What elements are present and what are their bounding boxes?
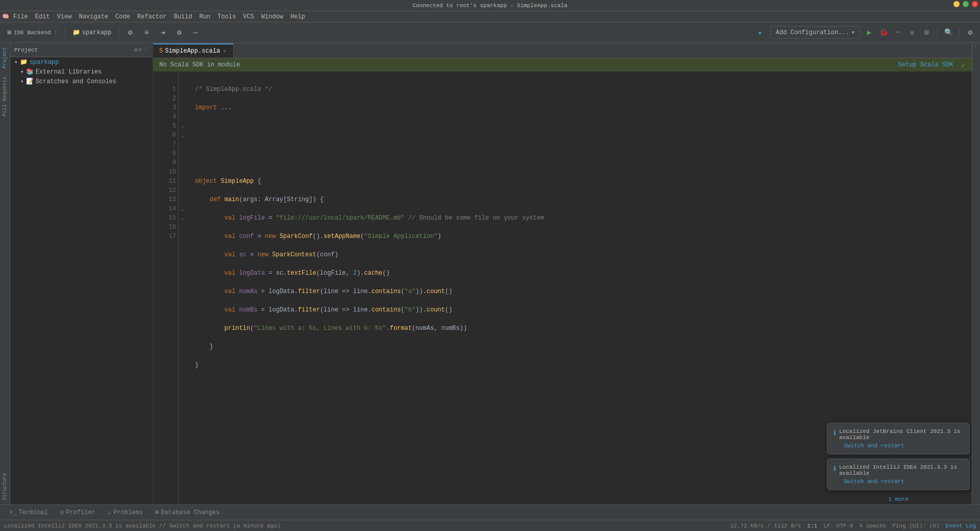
- code-line-16: }: [195, 360, 972, 370]
- tab-simpleapp-scala[interactable]: S SimpleApp.scala ✕: [153, 43, 234, 58]
- menu-vcs[interactable]: VCS: [240, 12, 257, 21]
- run-button[interactable]: ▶: [864, 27, 875, 38]
- code-line-15: }: [195, 342, 972, 351]
- switch-restart-link-2[interactable]: Switch and restart: [834, 478, 963, 485]
- project-name-label: sparkapp: [82, 29, 112, 36]
- menu-navigate[interactable]: Navigate: [76, 12, 111, 21]
- notification-intellij: ℹ Localized IntelliJ IDEA 2021.3.3 is av…: [827, 458, 970, 490]
- problems-label: Problems: [113, 509, 143, 516]
- right-sidebar-icon-1[interactable]: ⋮: [973, 44, 979, 50]
- cursor-position[interactable]: 1:1: [807, 523, 817, 529]
- switch-restart-link-1[interactable]: Switch and restart: [834, 443, 963, 449]
- gutter-5: [179, 112, 187, 122]
- separator-3: [937, 28, 938, 38]
- debug-button[interactable]: 🐞: [878, 27, 889, 38]
- profiler-icon: ◎: [60, 509, 64, 516]
- menu-help[interactable]: Help: [287, 12, 308, 21]
- menu-window[interactable]: Window: [258, 12, 286, 21]
- tree-arrow-scratch: ▾: [20, 78, 24, 85]
- scala-file-icon: S: [159, 47, 163, 55]
- code-line-7: def main(args: Array[String]) {: [195, 195, 972, 204]
- maximize-button[interactable]: □: [963, 1, 969, 7]
- tree-header-label: Project: [14, 47, 38, 53]
- code-line-17: [195, 379, 972, 388]
- tree-item-sparkapp[interactable]: ▾ 📁 sparkapp: [10, 57, 153, 67]
- profile-button[interactable]: ◉: [906, 27, 918, 38]
- tree-collapse-icon[interactable]: ≡: [138, 47, 142, 53]
- search-everywhere-button[interactable]: 🔍: [943, 27, 954, 38]
- settings-gear-button[interactable]: ⚙: [965, 27, 976, 38]
- gutter-17: [179, 223, 187, 232]
- gutter-10: [179, 158, 187, 167]
- dedent-button[interactable]: ⇥: [156, 26, 170, 40]
- editor-tab-bar: S SimpleApp.scala ✕: [153, 43, 972, 58]
- bottom-tab-database-changes[interactable]: ⊞ Database Changes: [150, 506, 225, 518]
- tree-label-sparkapp: sparkapp: [30, 59, 59, 66]
- tab-close-simpleapp[interactable]: ✕: [222, 47, 227, 55]
- more-notifications[interactable]: 1 more: [827, 494, 970, 504]
- ai-assistant-button[interactable]: ✦: [753, 26, 767, 40]
- bottom-tab-profiler[interactable]: ◎ Profiler: [55, 506, 101, 518]
- tree-more-icon[interactable]: ⋮: [143, 46, 149, 53]
- more-button[interactable]: —: [188, 26, 203, 40]
- build-button[interactable]: ⚙: [123, 26, 137, 40]
- status-right: 12.72 kB/s / I112 B/s 1:1 LF UTF-8 4 spa…: [730, 523, 976, 529]
- ext-lib-icon: 📚: [26, 68, 34, 76]
- add-configuration-button[interactable]: Add Configuration... ▾: [770, 26, 861, 39]
- minimize-button[interactable]: ─: [953, 1, 960, 7]
- gutter-9: [179, 149, 187, 158]
- menu-file[interactable]: File: [10, 12, 31, 21]
- folder-icon-sparkapp: 📁: [20, 58, 28, 66]
- gutter-fold-16[interactable]: ⌄: [179, 213, 187, 223]
- gutter-3: [179, 94, 187, 103]
- scratch-icon: 📝: [26, 78, 34, 85]
- vtab-project[interactable]: Project: [1, 43, 9, 73]
- menu-code[interactable]: Code: [112, 12, 133, 21]
- code-line-6: object SimpleApp {: [195, 177, 972, 186]
- bottom-tab-terminal[interactable]: >_ Terminal: [4, 507, 53, 518]
- tree-item-scratches[interactable]: ▾ 📝 Scratches and Consoles: [10, 77, 153, 86]
- gutter-2: [179, 85, 187, 94]
- coverage-button[interactable]: ☂: [892, 27, 903, 38]
- sdk-warning-text: No Scala SDK in module: [159, 61, 240, 68]
- code-line-9: val conf = new SparkConf().setAppName("S…: [195, 232, 972, 241]
- line-numbers: 1 2 3 4 5 6 7 8 9 10 11 12 13 14 15 16 1…: [153, 71, 179, 504]
- tree-toolbar: ⚙ ≡ ⋮: [134, 46, 149, 53]
- event-log-link[interactable]: Event Log: [946, 523, 976, 529]
- menu-tools[interactable]: Tools: [214, 12, 239, 21]
- gutter-4: [179, 103, 187, 112]
- tree-arrow-sparkapp: ▾: [14, 59, 18, 65]
- project-selector[interactable]: 📁 sparkapp: [69, 27, 115, 38]
- add-config-dropdown-icon[interactable]: ▾: [851, 29, 855, 36]
- terminal-label: Terminal: [18, 509, 48, 516]
- menu-view[interactable]: View: [54, 12, 75, 21]
- menu-refactor[interactable]: Refactor: [134, 12, 170, 21]
- ide-backend-label: 🖥 IDE Backend ⋮: [4, 27, 61, 38]
- stop-button[interactable]: ⏹: [921, 27, 932, 38]
- indent[interactable]: 4 spaces: [859, 523, 886, 529]
- setup-sdk-link[interactable]: Setup Scala SDK: [898, 61, 953, 68]
- code-line-4: [195, 140, 972, 149]
- gutter-fold-6[interactable]: ⌄: [179, 122, 187, 131]
- encoding[interactable]: UTF-8: [836, 523, 853, 529]
- line-ending[interactable]: LF: [823, 523, 830, 529]
- settings-button[interactable]: ⚙: [172, 26, 186, 40]
- gutter-fold-15[interactable]: ⌄: [179, 204, 187, 213]
- code-line-11: val logData = sc.textFile(logFile, 2).ca…: [195, 269, 972, 278]
- network-speed: 12.72 kB/s / I112 B/s: [730, 523, 801, 529]
- indent-button[interactable]: ≡: [139, 26, 154, 40]
- toolbar: 🖥 IDE Backend ⋮ 📁 sparkapp ⚙ ≡ ⇥ ⚙ — ✦ A…: [0, 22, 980, 43]
- menu-build[interactable]: Build: [170, 12, 195, 21]
- vtab-pull-requests[interactable]: Pull Requests: [1, 73, 9, 120]
- menu-run[interactable]: Run: [196, 12, 213, 21]
- window-controls[interactable]: ─ □ ✕: [953, 1, 978, 7]
- profiler-label: Profiler: [66, 509, 95, 516]
- tree-item-external-libs[interactable]: ▾ 📚 External Libraries: [10, 67, 153, 77]
- vtab-structure[interactable]: Structure: [1, 469, 9, 504]
- menu-edit[interactable]: Edit: [32, 12, 53, 21]
- tree-settings-icon[interactable]: ⚙: [134, 46, 138, 53]
- gutter-fold-7[interactable]: ⌄: [179, 131, 187, 140]
- bottom-tab-problems[interactable]: ⚠ Problems: [103, 506, 148, 518]
- ide-backend-chevron[interactable]: ⋮: [53, 29, 59, 36]
- close-button[interactable]: ✕: [972, 1, 978, 7]
